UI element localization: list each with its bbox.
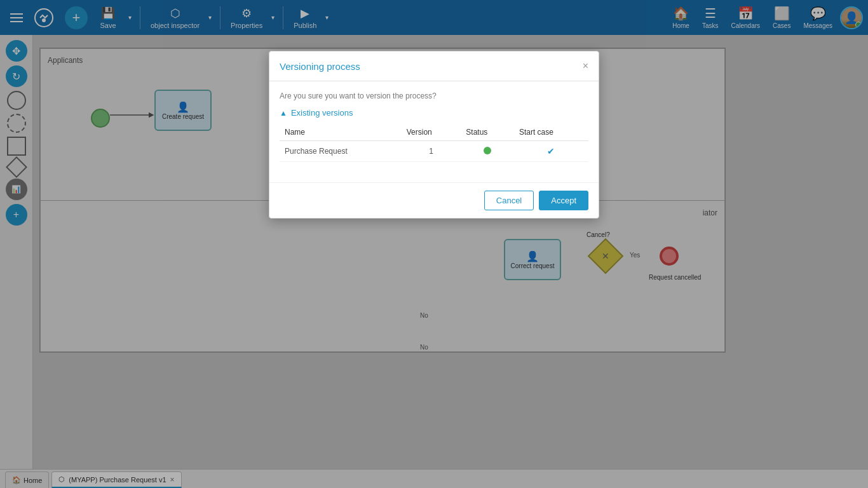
checkmark-icon: ✔: [547, 146, 555, 156]
col-version-header: Version: [402, 124, 461, 141]
row-status: [461, 141, 514, 162]
modal-header: Versioning process ×: [269, 51, 599, 81]
modal-question: Are you sure you want to version the pro…: [280, 92, 588, 100]
existing-versions-toggle[interactable]: ▲ Existing versions: [280, 108, 588, 118]
col-startcase-header: Start case: [514, 124, 588, 141]
chevron-up-icon: ▲: [280, 109, 287, 118]
modal-body: Are you sure you want to version the pro…: [269, 81, 599, 182]
col-name-header: Name: [280, 124, 402, 141]
accept-button[interactable]: Accept: [539, 191, 588, 210]
row-start-case: ✔: [514, 141, 588, 162]
modal-close-button[interactable]: ×: [583, 60, 588, 72]
row-name: Purchase Request: [280, 141, 402, 162]
existing-versions-label: Existing versions: [291, 108, 353, 118]
versioning-modal: Versioning process × Are you sure you wa…: [269, 51, 599, 219]
row-version: 1: [402, 141, 461, 162]
table-row: Purchase Request1✔: [280, 141, 588, 162]
modal-title: Versioning process: [280, 61, 360, 72]
modal-footer: Cancel Accept: [269, 182, 599, 218]
col-status-header: Status: [461, 124, 514, 141]
modal-overlay: Versioning process × Are you sure you wa…: [0, 0, 868, 488]
table-header-row: Name Version Status Start case: [280, 124, 588, 141]
active-status-dot: [484, 147, 491, 154]
versions-table: Name Version Status Start case Purchase …: [280, 124, 588, 162]
cancel-button[interactable]: Cancel: [484, 191, 534, 210]
